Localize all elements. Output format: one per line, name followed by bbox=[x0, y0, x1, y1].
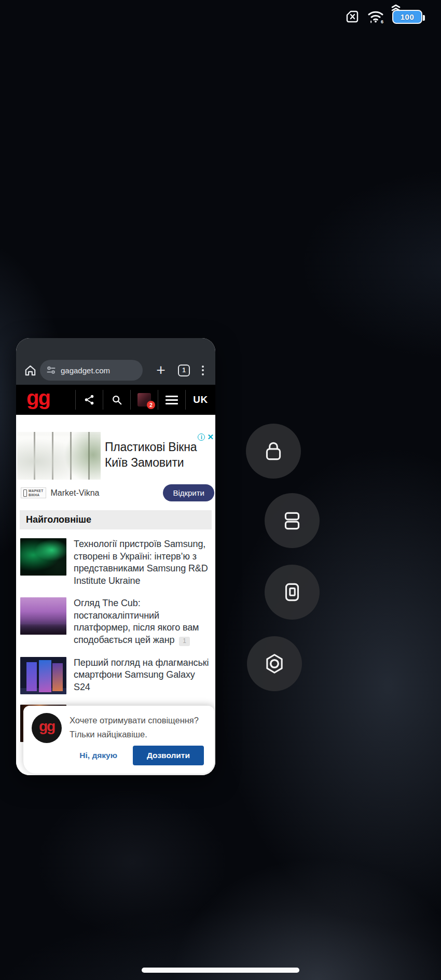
dialog-question: Хочете отримувати сповіщення? bbox=[70, 713, 199, 727]
search-button[interactable] bbox=[103, 390, 130, 410]
window-logo-icon bbox=[23, 489, 27, 497]
comment-count-badge: 1 bbox=[179, 637, 190, 646]
advertiser-name: Market-Vikna bbox=[51, 488, 100, 498]
search-icon bbox=[111, 394, 122, 405]
section-header: Найголовніше bbox=[20, 510, 212, 529]
url-text: gagadget.com bbox=[61, 366, 110, 375]
new-tab-button[interactable]: + bbox=[152, 361, 170, 380]
profile-button[interactable]: 2 bbox=[130, 390, 158, 410]
browser-toolbar: gagadget.com + 1 bbox=[16, 338, 215, 385]
home-icon bbox=[23, 363, 37, 377]
browser-menu-button[interactable] bbox=[196, 366, 210, 375]
language-switcher[interactable]: UK bbox=[185, 390, 215, 410]
settings-icon bbox=[263, 652, 286, 676]
ad-open-button[interactable]: Відкрити bbox=[163, 484, 214, 501]
battery-level: 100 bbox=[401, 12, 415, 21]
kebab-menu-icon bbox=[202, 366, 204, 368]
address-bar[interactable]: gagadget.com bbox=[40, 360, 143, 381]
lock-icon bbox=[261, 439, 285, 463]
settings-button[interactable] bbox=[247, 636, 302, 691]
no-sim-icon bbox=[344, 9, 360, 24]
decline-button[interactable]: Ні, дякую bbox=[79, 751, 117, 760]
charging-chevrons-icon bbox=[390, 4, 402, 12]
floating-window-button[interactable] bbox=[265, 565, 320, 620]
article-thumbnail bbox=[20, 597, 66, 635]
wifi-icon: 6 bbox=[367, 9, 385, 24]
article-title[interactable]: Перший погляд на флагманські смартфони S… bbox=[74, 657, 209, 692]
article-item[interactable]: Перший погляд на флагманські смартфони S… bbox=[16, 654, 215, 702]
tab-switcher-button[interactable]: 1 bbox=[178, 365, 190, 376]
home-button[interactable] bbox=[22, 360, 38, 381]
wifi-generation-label: 6 bbox=[381, 19, 383, 24]
battery-terminal bbox=[423, 15, 425, 21]
article-thumbnail bbox=[20, 657, 66, 694]
site-logo-circle: gg bbox=[32, 713, 62, 743]
article-title[interactable]: Технології пристроїв Samsung, створені в… bbox=[74, 539, 208, 586]
tune-icon bbox=[46, 366, 56, 375]
gesture-navigation-handle[interactable] bbox=[142, 968, 299, 973]
notification-badge: 2 bbox=[147, 401, 155, 409]
lock-button[interactable] bbox=[246, 424, 301, 479]
status-bar: 6 100 bbox=[344, 8, 422, 25]
share-button[interactable] bbox=[75, 390, 103, 410]
split-screen-button[interactable] bbox=[265, 493, 320, 548]
menu-button[interactable] bbox=[158, 390, 185, 410]
allow-button[interactable]: Дозволити bbox=[133, 746, 204, 765]
article-item[interactable]: Технології пристроїв Samsung, створені в… bbox=[16, 536, 215, 595]
ad-banner[interactable]: i ✕ Пластикові Вікна Київ Замовити МАРКЕ… bbox=[16, 415, 215, 507]
ad-title[interactable]: Пластикові Вікна Київ Замовити bbox=[101, 432, 197, 480]
split-screen-icon bbox=[280, 509, 304, 533]
tab-count: 1 bbox=[182, 367, 186, 374]
adchoices-info-icon[interactable]: i bbox=[198, 433, 205, 441]
dialog-subtext: Тільки найцікавіше. bbox=[70, 727, 199, 741]
ad-image[interactable] bbox=[17, 432, 101, 480]
avatar: 2 bbox=[137, 393, 151, 407]
advertiser-logo: МАРКЕТ ВІКНА bbox=[21, 487, 46, 498]
ad-close-icon[interactable]: ✕ bbox=[207, 433, 214, 441]
share-icon bbox=[84, 394, 95, 405]
article-item[interactable]: Огляд The Cub: постапокаліптичний платфо… bbox=[16, 595, 215, 654]
hamburger-icon bbox=[166, 396, 178, 404]
site-logo[interactable]: gg bbox=[26, 386, 50, 410]
site-header: gg 2 UK bbox=[16, 385, 215, 415]
battery-charging-icon: 100 bbox=[392, 10, 422, 24]
article-thumbnail bbox=[20, 538, 66, 576]
floating-browser-window[interactable]: gagadget.com + 1 gg bbox=[16, 338, 215, 775]
notification-permission-dialog: gg Хочете отримувати сповіщення? Тільки … bbox=[23, 706, 214, 774]
floating-window-icon bbox=[280, 580, 304, 604]
